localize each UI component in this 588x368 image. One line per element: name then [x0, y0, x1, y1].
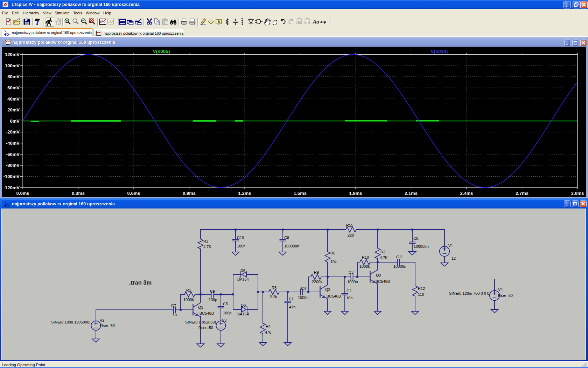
svg-text:BC546B: BC546B — [376, 279, 390, 284]
svg-text:V2: V2 — [100, 318, 104, 322]
svg-text:100000n: 100000n — [284, 244, 299, 248]
svg-text:20mV: 20mV — [7, 107, 20, 113]
svg-text:-80mV: -80mV — [6, 163, 20, 168]
svg-text:1000k: 1000k — [183, 298, 194, 302]
svg-text:V1: V1 — [448, 244, 453, 248]
svg-text:R3: R3 — [380, 250, 385, 254]
svg-text:C6: C6 — [210, 289, 215, 293]
svg-text:R9: R9 — [314, 270, 319, 274]
svg-text:R6: R6 — [330, 251, 335, 255]
svg-text:40mV: 40mV — [7, 96, 20, 102]
svg-text:4.7K: 4.7K — [380, 255, 388, 260]
svg-text:0.3ms: 0.3ms — [72, 191, 85, 196]
svg-text:Aa: Aa — [313, 19, 319, 25]
svg-text:D6: D6 — [241, 303, 246, 307]
svg-text:C7: C7 — [171, 304, 176, 308]
svg-text:C11: C11 — [396, 255, 403, 259]
svg-text:1000k: 1000k — [359, 264, 370, 268]
svg-text:R10: R10 — [362, 255, 369, 259]
svg-text:Rser=50: Rser=50 — [100, 323, 115, 328]
svg-text:BC546B: BC546B — [327, 294, 341, 298]
svg-text:2.2k: 2.2k — [270, 295, 277, 299]
svg-text:0.6ms: 0.6ms — [127, 191, 140, 196]
svg-text:220: 220 — [348, 233, 354, 237]
svg-text:BAT54: BAT54 — [237, 277, 249, 281]
svg-text:C9: C9 — [284, 236, 289, 240]
svg-text:1000n: 1000n — [347, 280, 358, 284]
svg-text:R5: R5 — [272, 286, 276, 290]
svg-text:0.9ms: 0.9ms — [183, 191, 196, 196]
svg-text:120mV: 120mV — [5, 52, 20, 57]
svg-text:A: A — [217, 20, 220, 24]
svg-text:R4: R4 — [266, 324, 271, 328]
svg-text:2200k: 2200k — [312, 280, 322, 284]
svg-text:SINE(0 1 952850): SINE(0 1 952850) — [185, 320, 216, 324]
svg-text:R11: R11 — [346, 223, 353, 227]
svg-text:SINE(0 120m 700 0 0 0): SINE(0 120m 700 0 0 0) — [449, 291, 491, 295]
svg-text:-20mV: -20mV — [6, 129, 20, 135]
svg-text:110: 110 — [418, 292, 424, 297]
svg-text:C10: C10 — [237, 236, 244, 240]
svg-text:V(n005): V(n005) — [153, 49, 170, 54]
svg-text:2.1ms: 2.1ms — [405, 191, 418, 196]
svg-text:R2: R2 — [203, 239, 208, 243]
svg-text:V(n010): V(n010) — [431, 49, 448, 54]
svg-text:-40mV: -40mV — [6, 141, 20, 146]
svg-text:1000n: 1000n — [298, 295, 309, 300]
svg-text:2.4ms: 2.4ms — [460, 191, 473, 196]
svg-text:100p: 100p — [209, 298, 217, 302]
svg-text:R1: R1 — [186, 288, 191, 292]
svg-text:SINE(0 100u 1905000): SINE(0 100u 1905000) — [51, 320, 91, 324]
svg-text:R12: R12 — [418, 286, 425, 291]
svg-text:1.2ms: 1.2ms — [238, 191, 251, 196]
svg-text:2.7ms: 2.7ms — [516, 191, 528, 196]
svg-text:47n: 47n — [289, 305, 295, 309]
svg-text:-60mV: -60mV — [6, 152, 20, 157]
svg-text:100n: 100n — [237, 244, 245, 248]
svg-text:C4: C4 — [301, 286, 306, 291]
svg-text:4.7K: 4.7K — [203, 245, 211, 249]
svg-text:0.0ms: 0.0ms — [16, 191, 29, 196]
svg-text:100p: 100p — [223, 311, 231, 315]
svg-text:10000n: 10000n — [393, 264, 406, 268]
svg-text:C1: C1 — [289, 297, 294, 301]
svg-text:12: 12 — [451, 256, 456, 260]
svg-text:100mV: 100mV — [5, 63, 20, 68]
svg-text:C3: C3 — [349, 270, 354, 274]
svg-text:BAT54: BAT54 — [237, 312, 249, 316]
svg-text:470: 470 — [265, 330, 271, 334]
svg-text:1.5ms: 1.5ms — [294, 191, 307, 196]
svg-text:Q2: Q2 — [325, 287, 330, 292]
svg-text:Rser=50: Rser=50 — [198, 326, 213, 330]
svg-text:Q3: Q3 — [376, 273, 381, 277]
svg-text:10k: 10k — [330, 260, 337, 264]
svg-text:Rser=50: Rser=50 — [498, 293, 513, 298]
svg-text:C5: C5 — [223, 302, 228, 306]
svg-text:100000n: 100000n — [414, 244, 429, 248]
svg-text:D5: D5 — [240, 268, 245, 273]
svg-text:10n: 10n — [346, 296, 352, 300]
svg-text:C8: C8 — [413, 236, 418, 240]
svg-text:Q1: Q1 — [198, 305, 203, 309]
svg-text:0mV: 0mV — [10, 118, 20, 124]
svg-text:1n: 1n — [173, 313, 177, 317]
svg-text:60mV: 60mV — [7, 85, 20, 90]
svg-text:-120mV: -120mV — [4, 185, 20, 190]
svg-text:V4: V4 — [498, 287, 503, 292]
svg-text:V3: V3 — [222, 318, 226, 322]
svg-text:80mV: 80mV — [7, 74, 20, 79]
svg-text:.op: .op — [320, 19, 326, 24]
svg-text:.tran 3m: .tran 3m — [129, 279, 152, 286]
svg-text:-100mV: -100mV — [4, 174, 20, 179]
svg-text:1.8ms: 1.8ms — [349, 191, 362, 196]
svg-text:BC546B: BC546B — [200, 311, 214, 315]
svg-text:3.0ms: 3.0ms — [571, 191, 584, 196]
svg-text:C2: C2 — [346, 289, 351, 293]
